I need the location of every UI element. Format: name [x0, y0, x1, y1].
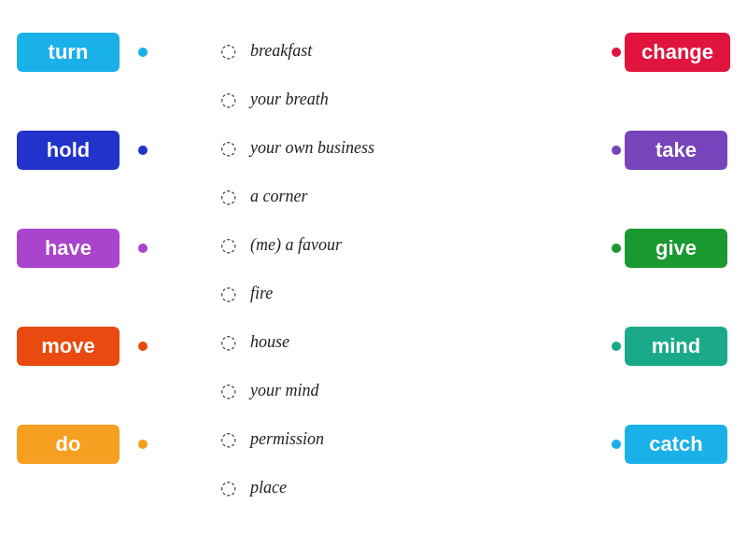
main-container: turnholdhavemovedo ◌breakfast◌your breat… [0, 0, 747, 560]
phrase-icon-your-breath: ◌ [215, 88, 241, 110]
phrase-text-a-corner: a corner [250, 187, 308, 206]
verb-btn-turn[interactable]: turn [17, 33, 120, 72]
left-dot-have [138, 244, 148, 253]
verb-btn-mind[interactable]: mind [625, 327, 727, 366]
left-dot-do [138, 440, 148, 449]
phrase-row-your-breath: ◌your breath [215, 75, 374, 123]
phrase-text-fire: fire [250, 284, 273, 303]
phrase-icon-fire: ◌ [215, 282, 241, 304]
phrase-row-house: ◌house [215, 317, 374, 366]
right-dot-take [612, 146, 621, 155]
verb-btn-hold[interactable]: hold [17, 131, 120, 170]
phrase-icon-breakfast: ◌ [215, 39, 241, 62]
right-dot-catch [612, 440, 621, 449]
phrase-row-place: ◌place [215, 463, 374, 511]
phrase-icon-your-own-business: ◌ [215, 136, 241, 159]
left-verb-column: turnholdhavemovedo [17, 28, 120, 469]
left-dot-turn [138, 48, 148, 57]
verb-btn-take[interactable]: take [625, 131, 727, 170]
phrase-text-breakfast: breakfast [250, 41, 312, 61]
center-phrase-column: ◌breakfast◌your breath◌your own business… [215, 26, 374, 511]
phrase-row-breakfast: ◌breakfast [215, 26, 374, 75]
phrase-row-a-corner: ◌a corner [215, 172, 374, 220]
phrase-icon-place: ◌ [215, 476, 241, 498]
phrase-icon-me-a-favour: ◌ [215, 233, 241, 256]
right-dot-mind [612, 342, 621, 351]
phrase-row-your-mind: ◌your mind [215, 366, 374, 414]
verb-btn-have[interactable]: have [17, 229, 120, 268]
right-verb-column: changetakegivemindcatch [625, 28, 730, 469]
phrase-text-your-own-business: your own business [250, 138, 374, 158]
verb-btn-change[interactable]: change [625, 33, 730, 72]
phrase-icon-permission: ◌ [215, 427, 241, 450]
phrase-row-fire: ◌fire [215, 269, 374, 317]
right-dot-change [612, 48, 621, 57]
left-dot-move [138, 342, 148, 351]
verb-btn-catch[interactable]: catch [625, 425, 727, 464]
verb-btn-do[interactable]: do [17, 425, 120, 464]
phrase-text-place: place [250, 478, 287, 497]
phrase-row-your-own-business: ◌your own business [215, 123, 374, 172]
phrase-text-permission: permission [250, 429, 324, 449]
phrase-text-your-mind: your mind [250, 381, 319, 400]
phrase-text-house: house [250, 332, 289, 352]
phrase-row-permission: ◌permission [215, 414, 374, 463]
left-dot-hold [138, 146, 148, 155]
phrase-icon-your-mind: ◌ [215, 379, 241, 401]
verb-btn-move[interactable]: move [17, 327, 120, 366]
phrase-text-me-a-favour: (me) a favour [250, 235, 342, 255]
phrase-row-me-a-favour: ◌(me) a favour [215, 220, 374, 269]
right-dot-give [612, 244, 621, 253]
verb-btn-give[interactable]: give [625, 229, 727, 268]
phrase-icon-a-corner: ◌ [215, 185, 241, 207]
phrase-icon-house: ◌ [215, 330, 241, 353]
phrase-text-your-breath: your breath [250, 90, 329, 109]
